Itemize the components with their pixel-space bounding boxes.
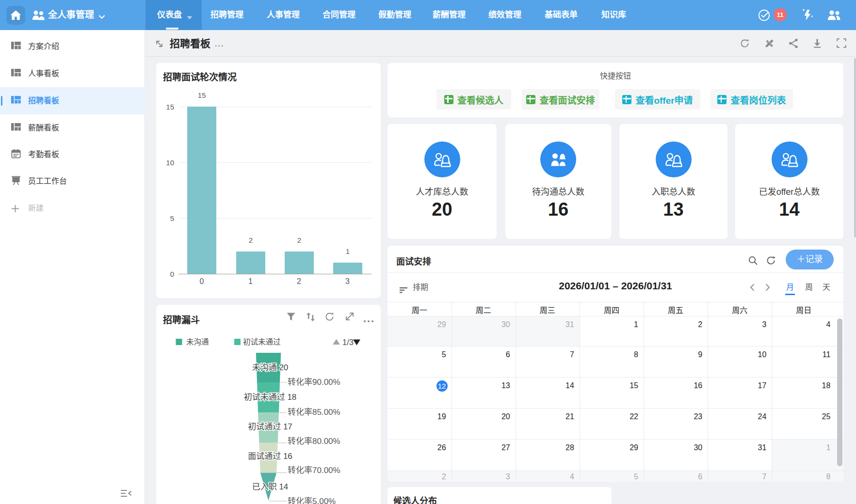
svg-text:15: 15 — [198, 91, 206, 99]
svg-text:1/3: 1/3 — [342, 338, 354, 346]
svg-text:初试通过 17: 初试通过 17 — [248, 422, 292, 431]
svg-text:1: 1 — [248, 277, 253, 285]
svg-text:1: 1 — [346, 247, 350, 255]
svg-text:2: 2 — [297, 277, 301, 285]
svg-text:2: 2 — [297, 236, 301, 244]
svg-text:0: 0 — [170, 270, 174, 278]
svg-text:转化率90.00%: 转化率90.00% — [288, 378, 340, 387]
svg-text:转化率85.00%: 转化率85.00% — [288, 408, 340, 417]
svg-text:15: 15 — [166, 103, 174, 111]
svg-text:初试未通过: 初试未通过 — [243, 338, 281, 346]
svg-text:未沟通 20: 未沟通 20 — [252, 363, 289, 372]
svg-text:转化率5.00%: 转化率5.00% — [288, 497, 336, 504]
svg-text:0: 0 — [200, 277, 204, 285]
svg-text:10: 10 — [166, 158, 174, 167]
svg-text:初试未通过 18: 初试未通过 18 — [244, 393, 297, 402]
svg-text:3: 3 — [345, 277, 350, 285]
svg-text:2: 2 — [249, 236, 253, 244]
svg-text:转化率70.00%: 转化率70.00% — [288, 466, 340, 475]
svg-text:面试通过 16: 面试通过 16 — [248, 452, 292, 461]
svg-text:转化率80.00%: 转化率80.00% — [288, 437, 340, 446]
svg-text:未沟通: 未沟通 — [186, 338, 209, 346]
svg-text:5: 5 — [170, 214, 174, 222]
svg-text:已入职 14: 已入职 14 — [252, 482, 289, 491]
